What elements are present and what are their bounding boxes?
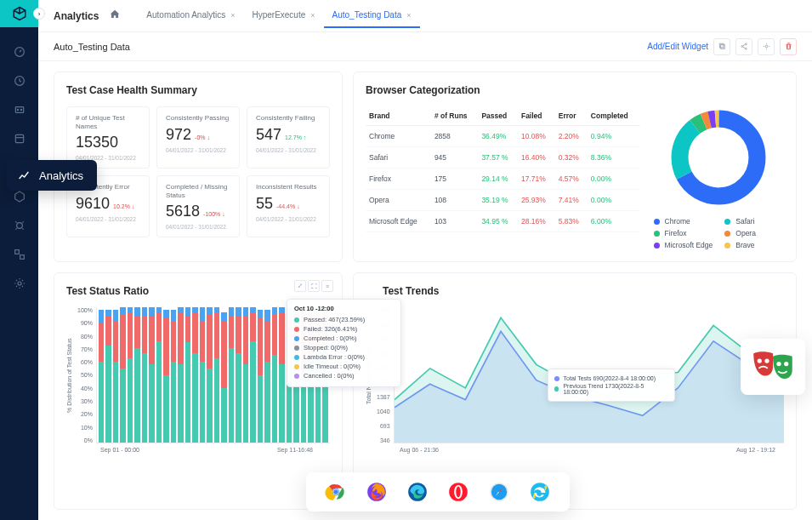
breadcrumb: Auto_Testing Data [54, 42, 130, 52]
bar [149, 307, 155, 443]
table-header: Error [555, 106, 588, 126]
opera-icon [447, 481, 469, 503]
bar [264, 307, 270, 443]
table-row: Microsoft Edge10334.95 %28.16%5.83%6.00% [366, 211, 640, 232]
sidebar-toggle-icon[interactable]: › [33, 8, 45, 20]
ratio-panel: Test Status Ratio ⤢ ⛶ ≡ % Distribution o… [54, 272, 343, 510]
axis-label: % Distribution of Test Status [66, 307, 72, 443]
edge-icon [406, 481, 429, 503]
metric-value: 5618 -100% ↓ [166, 203, 230, 220]
legend-item: Chrome [654, 217, 713, 226]
axis-tick: 693 [377, 423, 390, 429]
metric-card: Consistently Failing547 12.7% ↑04/01/202… [247, 106, 330, 169]
tab-automation-analytics[interactable]: Automation Analytics× [138, 3, 243, 28]
metric-value: 9610 10.2% ↓ [76, 195, 140, 213]
metric-card: Inconsistent Results55 -44.4% ↓04/01/202… [247, 175, 330, 237]
svg-point-4 [20, 109, 21, 110]
metric-card: Consistently Passing972 -0% ↓04/01/2022 … [156, 106, 240, 169]
axis-tick: 20% [77, 411, 93, 417]
metric-date: 04/01/2022 - 31/01/2022 [166, 224, 230, 230]
add-edit-widget-link[interactable]: Add/Edit Widget [647, 42, 708, 51]
legend-item: Brave [724, 241, 784, 249]
metric-value: 55 -44.4% ↓ [256, 195, 321, 213]
delete-button[interactable] [780, 38, 797, 55]
table-header: Completed [588, 106, 640, 126]
axis-tick: Aug 12 - 19:12 [736, 447, 775, 453]
svg-point-6 [16, 223, 22, 229]
svg-point-34 [764, 358, 769, 363]
legend-item: Opera [724, 229, 784, 237]
tooltip: Total Tests 690(2022-8-4 18:00:00)Previo… [548, 369, 675, 402]
bar [236, 307, 241, 443]
close-icon[interactable]: × [230, 11, 235, 20]
table-row: Firefox17529.14 %17.71%4.57%0.00% [366, 169, 640, 190]
panel-title: Browser Categorization [366, 84, 784, 96]
svg-rect-5 [15, 134, 23, 142]
nav-settings-icon[interactable] [10, 274, 29, 293]
analytics-callout[interactable]: Analytics [7, 160, 97, 191]
metric-card: Completed / Missing Status5618 -100% ↓04… [156, 175, 240, 237]
svg-point-14 [745, 48, 747, 49]
close-icon[interactable]: × [310, 11, 315, 20]
masks-icon [741, 339, 805, 395]
axis-tick: 100% [77, 307, 93, 313]
share-button[interactable] [735, 38, 752, 55]
nav-dashboard-icon[interactable] [10, 43, 29, 61]
bar [192, 307, 198, 443]
panel-title: Test Status Ratio [66, 285, 330, 297]
svg-rect-7 [14, 250, 19, 254]
chart-fullscreen-button[interactable]: ⛶ [308, 280, 320, 292]
metric-label: # of Unique Test Names [76, 114, 140, 130]
nav-automation-icon[interactable] [10, 100, 29, 119]
svg-point-33 [758, 358, 762, 363]
browser-icons-row [306, 472, 570, 511]
table-row: Chrome285836.49%10.08%2.20%0.94% [366, 126, 640, 147]
bar [258, 307, 264, 443]
tab-hyperexecute[interactable]: HyperExecute× [243, 3, 323, 28]
nav-debug-icon[interactable] [10, 216, 29, 235]
axis-tick: 1040 [377, 409, 390, 414]
logo[interactable]: › [0, 0, 38, 27]
panel-title: Test Trends [383, 285, 784, 297]
metric-label: Inconsistent Results [256, 183, 321, 191]
nav-realtime-icon[interactable] [10, 71, 29, 90]
axis-tick: 40% [77, 386, 93, 391]
bar [200, 307, 206, 443]
bar [105, 307, 111, 443]
bar [185, 307, 191, 443]
axis-tick: 70% [77, 346, 93, 352]
axis-tick: Sep 11-16:48 [277, 447, 313, 453]
tab-auto-testing-data[interactable]: Auto_Testing Data× [324, 3, 420, 28]
table-header: Failed [518, 106, 555, 126]
bar [156, 307, 162, 443]
bar [142, 307, 148, 443]
metric-label: Consistently Passing [166, 114, 230, 123]
metric-label: Completed / Missing Status [166, 183, 230, 199]
table-row: Opera10835.19 %25.93%7.41%0.00% [366, 190, 640, 211]
chart-menu-button[interactable]: ≡ [321, 280, 333, 292]
nav-builds-icon[interactable] [10, 129, 29, 148]
legend-item: Firefox [654, 229, 713, 237]
svg-rect-10 [720, 45, 724, 49]
metric-value: 972 -0% ↓ [166, 126, 230, 144]
settings-button[interactable] [758, 38, 775, 55]
nav-layers-icon[interactable] [10, 245, 29, 264]
metric-date: 04/01/2022 - 31/01/2022 [256, 216, 321, 222]
svg-rect-8 [20, 255, 24, 260]
axis-tick: 0% [77, 437, 93, 443]
sidebar: › [0, 0, 38, 520]
axis-tick: 50% [77, 372, 93, 378]
svg-point-13 [745, 43, 747, 45]
svg-point-29 [456, 487, 460, 498]
home-icon[interactable] [109, 9, 121, 24]
bar [221, 307, 227, 443]
chart-zoom-button[interactable]: ⤢ [294, 280, 306, 292]
axis-tick: 346 [377, 437, 390, 443]
svg-point-36 [784, 362, 788, 366]
firefox-icon [366, 481, 388, 503]
bar [128, 307, 133, 443]
svg-point-9 [18, 282, 21, 285]
axis-tick: Sep 01 - 00:00 [100, 447, 139, 453]
copy-button[interactable] [713, 38, 730, 55]
close-icon[interactable]: × [406, 11, 411, 20]
